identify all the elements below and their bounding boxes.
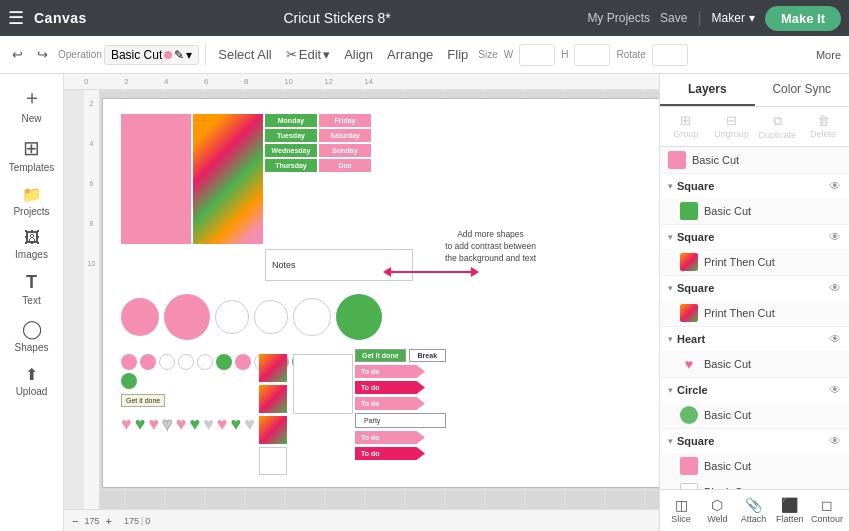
layer-item-blank-canvas[interactable]: Blank Canvas bbox=[660, 479, 849, 489]
layer-group-square-1: ▾ Square 👁 Basic Cut bbox=[660, 174, 849, 225]
eye-icon-circle[interactable]: 👁 bbox=[829, 383, 841, 397]
canvas-content[interactable]: 2 4 6 8 10 Monday Friday bbox=[84, 90, 659, 515]
maker-selector[interactable]: Maker ▾ bbox=[712, 11, 755, 25]
weld-icon: ⬡ bbox=[711, 497, 723, 513]
layer-group-header-heart[interactable]: ▾ Heart 👁 bbox=[660, 327, 849, 351]
chevron-icon-4: ▾ bbox=[668, 436, 673, 446]
layer-group-header-square-2[interactable]: ▾ Square 👁 bbox=[660, 225, 849, 249]
sidebar-item-images[interactable]: 🖼 Images bbox=[0, 223, 63, 266]
width-input[interactable] bbox=[519, 44, 555, 66]
layer-group-header-square-3[interactable]: ▾ Square 👁 bbox=[660, 276, 849, 300]
layer-item-sq4-basic-cut[interactable]: Basic Cut bbox=[660, 453, 849, 479]
chevron-icon-2: ▾ bbox=[668, 232, 673, 242]
undo-button[interactable]: ↩ bbox=[8, 45, 27, 64]
attach-button[interactable]: 📎 Attach bbox=[737, 494, 771, 527]
zoom-out-button[interactable]: − bbox=[72, 515, 78, 527]
duplicate-button[interactable]: ⧉ Duplicate bbox=[756, 111, 800, 142]
eye-icon-square-4[interactable]: 👁 bbox=[829, 434, 841, 448]
menu-icon[interactable]: ☰ bbox=[8, 7, 24, 29]
layer-group-header-square-1[interactable]: ▾ Square 👁 bbox=[660, 174, 849, 198]
flatten-button[interactable]: ⬛ Flatten bbox=[773, 494, 807, 527]
sidebar-item-new[interactable]: ＋ New bbox=[0, 78, 63, 130]
sidebar-item-templates[interactable]: ⊞ Templates bbox=[0, 130, 63, 179]
group-name-square-4: Square bbox=[677, 435, 825, 447]
sidebar-item-projects[interactable]: 📁 Projects bbox=[0, 179, 63, 223]
floral-squares bbox=[259, 354, 287, 478]
chevron-icon-heart: ▾ bbox=[668, 334, 673, 344]
layer-name-basic-cut-green: Basic Cut bbox=[704, 205, 751, 217]
align-button[interactable]: Align bbox=[340, 45, 377, 64]
select-all-button[interactable]: Select All bbox=[214, 45, 275, 64]
layer-item-circle-basic-cut[interactable]: Basic Cut bbox=[660, 402, 849, 428]
tab-color-sync[interactable]: Color Sync bbox=[755, 74, 850, 106]
layer-group-header-square-4[interactable]: ▾ Square 👁 bbox=[660, 429, 849, 453]
my-projects-link[interactable]: My Projects bbox=[587, 11, 650, 25]
layer-name-sq4-basic-cut: Basic Cut bbox=[704, 460, 751, 472]
sidebar-item-text[interactable]: T Text bbox=[0, 266, 63, 312]
ruler-left: 2 4 6 8 10 bbox=[84, 90, 100, 515]
swatch-floral-2 bbox=[680, 304, 698, 322]
layer-group-square-2: ▾ Square 👁 Print Then Cut bbox=[660, 225, 849, 276]
weld-button[interactable]: ⬡ Weld bbox=[700, 494, 734, 527]
layer-item-print-then-cut-2[interactable]: Print Then Cut bbox=[660, 300, 849, 326]
ruler-top: 0 2 4 6 8 10 12 14 bbox=[64, 74, 659, 90]
eye-icon-heart[interactable]: 👁 bbox=[829, 332, 841, 346]
arrow-right-icon bbox=[471, 267, 479, 277]
heart-white-2: ♥ bbox=[203, 415, 214, 433]
layer-name-basic-cut-pink-top: Basic Cut bbox=[692, 154, 739, 166]
shapes-icon: ◯ bbox=[22, 318, 42, 340]
zoom-in-button[interactable]: + bbox=[105, 515, 111, 527]
todo-5: To do bbox=[355, 447, 425, 460]
eye-icon-square-2[interactable]: 👁 bbox=[829, 230, 841, 244]
circle-white-2 bbox=[254, 300, 288, 334]
sticker-floral-rect bbox=[193, 114, 263, 244]
group-name-square-1: Square bbox=[677, 180, 825, 192]
sidebar-item-upload[interactable]: ⬆ Upload bbox=[0, 359, 63, 403]
eye-icon-square-1[interactable]: 👁 bbox=[829, 179, 841, 193]
layer-group-header-circle[interactable]: ▾ Circle 👁 bbox=[660, 378, 849, 402]
sidebar-new-label: New bbox=[21, 113, 41, 124]
tab-layers[interactable]: Layers bbox=[660, 74, 755, 106]
layer-item-heart-basic-cut[interactable]: ♥ Basic Cut bbox=[660, 351, 849, 377]
canvas-area[interactable]: 0 2 4 6 8 10 12 14 2 4 6 8 10 bbox=[64, 74, 659, 531]
break-label: Break bbox=[409, 349, 446, 362]
layer-item-basic-cut-green[interactable]: Basic Cut bbox=[660, 198, 849, 224]
more-button[interactable]: More bbox=[816, 49, 841, 61]
arrange-button[interactable]: Arrange bbox=[383, 45, 437, 64]
flip-button[interactable]: Flip bbox=[443, 45, 472, 64]
delete-button[interactable]: 🗑 Delete bbox=[801, 111, 845, 142]
h-label: H bbox=[561, 49, 568, 60]
edit-button[interactable]: ✂ Edit ▾ bbox=[282, 45, 334, 64]
eye-icon-square-3[interactable]: 👁 bbox=[829, 281, 841, 295]
images-icon: 🖼 bbox=[24, 229, 40, 247]
group-button[interactable]: ⊞ Group bbox=[664, 111, 708, 142]
heart-white-3: ♥ bbox=[244, 415, 255, 433]
sidebar-item-shapes[interactable]: ◯ Shapes bbox=[0, 312, 63, 359]
maker-chevron-icon: ▾ bbox=[749, 11, 755, 25]
layer-item-print-then-cut-1[interactable]: Print Then Cut bbox=[660, 249, 849, 275]
document-title: Cricut Stickers 8* bbox=[97, 10, 578, 26]
layer-item-basic-cut-pink-top[interactable]: Basic Cut bbox=[660, 147, 849, 173]
rotate-input[interactable] bbox=[652, 44, 688, 66]
slice-button[interactable]: ◫ Slice bbox=[664, 494, 698, 527]
edit-chevron-icon: ▾ bbox=[323, 47, 330, 62]
todo-labels-block: Get It done Break To do To do To do Part… bbox=[355, 349, 446, 460]
heart-pink-4: ♥ bbox=[217, 415, 228, 433]
contour-button[interactable]: ◻ Contour bbox=[809, 494, 845, 527]
todo-4: To do bbox=[355, 431, 425, 444]
right-panel: Layers Color Sync ⊞ Group ⊟ Ungroup ⧉ Du… bbox=[659, 74, 849, 531]
sidebar-projects-label: Projects bbox=[13, 206, 49, 217]
operation-label: Operation bbox=[58, 49, 102, 60]
operation-select[interactable]: Basic Cut ✎ ▾ bbox=[104, 45, 199, 65]
save-link[interactable]: Save bbox=[660, 11, 687, 25]
party-label: Party bbox=[355, 413, 446, 428]
cal-friday: Friday bbox=[319, 114, 371, 127]
chevron-icon-3: ▾ bbox=[668, 283, 673, 293]
redo-button[interactable]: ↪ bbox=[33, 45, 52, 64]
swatch-heart: ♥ bbox=[680, 355, 698, 373]
sidebar-text-label: Text bbox=[22, 295, 40, 306]
height-input[interactable] bbox=[574, 44, 610, 66]
ungroup-button[interactable]: ⊟ Ungroup bbox=[710, 111, 754, 142]
make-it-button[interactable]: Make It bbox=[765, 6, 841, 31]
white-sq-block bbox=[293, 354, 353, 414]
